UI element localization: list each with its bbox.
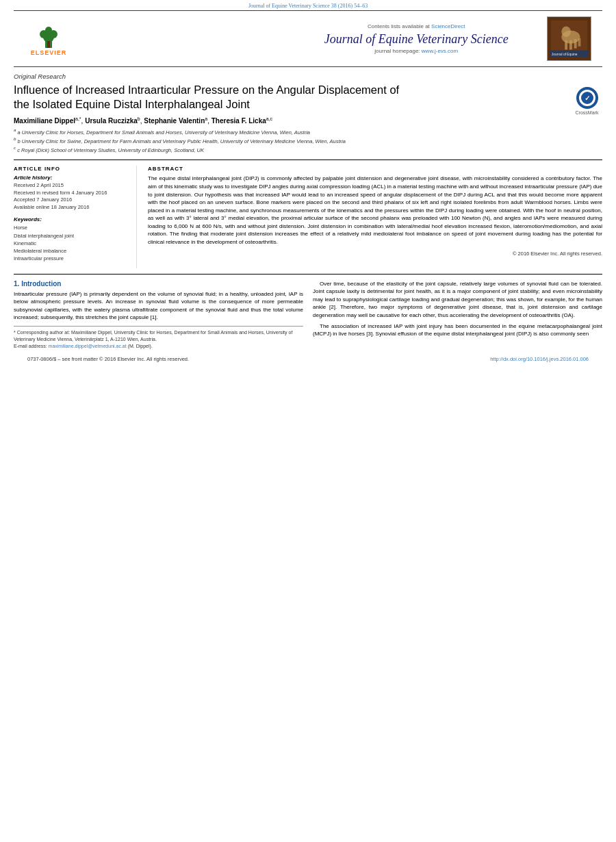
intro-right-text: Over time, because of the elasticity of … [313,280,602,338]
article-info-column: ARTICLE INFO Article history: Received 2… [14,166,137,268]
journal-homepage: journal homepage: www.j-evs.com [286,48,548,54]
intro-right-para-2: The association of increased IAP with jo… [313,322,602,338]
journal-ref-text: Journal of Equine Veterinary Science 38 … [248,3,368,9]
author-4: Theresia F. Licka [211,117,266,125]
keywords-title: Keywords: [14,216,129,222]
footnote-section: * Corresponding author at: Maximiliane D… [14,326,303,349]
abstract-header: ABSTRACT [148,166,602,172]
keyword-3: Kinematic [14,240,129,247]
article-info-header: ARTICLE INFO [14,166,129,172]
svg-rect-10 [565,40,567,50]
article-history: Article history: Received 2 April 2015 R… [14,175,129,211]
elsevier-brand: ELSEVIER [31,49,67,56]
intro-left-text: Intraarticular pressure (IAP) is primari… [14,290,303,322]
keyword-2: Distal interphalangeal joint [14,232,129,240]
corresponding-author-note: * Corresponding author at: Maximiliane D… [14,329,303,343]
bottom-bar: 0737-0806/$ – see front matter © 2016 El… [14,352,602,366]
article-info-abstract-row: ARTICLE INFO Article history: Received 2… [14,160,602,268]
crossmark[interactable]: CrossMark [572,86,602,116]
keyword-4: Mediolateral imbalance [14,247,129,255]
crossmark-label: CrossMark [576,110,599,115]
keywords-list: Horse Distal interphalangeal joint Kinem… [14,224,129,262]
keyword-1: Horse [14,224,129,231]
homepage-url[interactable]: www.j-evs.com [422,48,458,54]
main-content: Original Research Influence of Increased… [0,67,616,373]
thumbnail-image: Journal of Equine [547,16,591,61]
svg-rect-13 [578,38,581,47]
elsevier-logo: ELSEVIER [25,22,73,56]
journal-ref-bar: Journal of Equine Veterinary Science 38 … [0,0,616,10]
affiliation-b: b b University Clinic for Swine, Departm… [14,136,602,145]
body-col-right: Over time, because of the elasticity of … [313,280,602,350]
header-left: ELSEVIER [25,22,286,56]
journal-title-header: Journal of Equine Veterinary Science [286,32,548,47]
svg-point-4 [45,27,52,34]
author-3: Stephanie Valentin [144,117,205,125]
crossmark-icon[interactable] [576,87,598,109]
issn-text: 0737-0806/$ – see front matter © 2016 El… [27,356,189,362]
body-col-left: 1. Introduction Intraarticular pressure … [14,280,303,350]
elsevier-tree-icon [31,22,66,49]
svg-point-9 [561,27,571,38]
affiliations: a a University Clinic for Horses, Depart… [14,127,602,154]
email-link[interactable]: maximiliane.dippel@vetmeduni.ac.at [49,344,127,348]
article-title: Influence of Increased Intraarticular Pr… [14,83,411,112]
body-section: 1. Introduction Intraarticular pressure … [14,274,602,350]
authors-line: Maximiliane Dippela,*, Ursula Ruczizkab,… [14,116,602,125]
journal-thumbnail: Journal of Equine [547,16,591,61]
header-section: ELSEVIER Contents lists available at Sci… [14,10,602,67]
sciencedirect-link[interactable]: ScienceDirect [431,23,465,29]
section-label: Original Research [14,73,602,80]
body-two-col: 1. Introduction Intraarticular pressure … [14,280,602,350]
doi-link[interactable]: http://dx.doi.org/10.1016/j.jevs.2016.01… [490,356,589,362]
copyright-line: © 2016 Elsevier Inc. All rights reserved… [148,251,602,257]
svg-rect-12 [574,39,577,49]
email-note: E-mail address: maximiliane.dippel@vetme… [14,343,303,350]
title-row: Influence of Increased Intraarticular Pr… [14,83,602,116]
received-2: Received in revised form 4 January 2016 [14,190,129,197]
header-center: Contents lists available at ScienceDirec… [286,23,548,54]
author-2: Ursula Ruczizka [85,117,138,125]
page-container: Journal of Equine Veterinary Science 38 … [0,0,616,373]
abstract-column: ABSTRACT The equine distal interphalange… [148,166,602,268]
affiliation-a: a a University Clinic for Horses, Depart… [14,127,602,136]
intro-title: 1. Introduction [14,280,303,288]
thumbnail-svg: Journal of Equine [548,16,591,61]
intro-right-para-1: Over time, because of the elasticity of … [313,280,602,320]
intro-para-1: Intraarticular pressure (IAP) is primari… [14,290,303,322]
available-date: Available online 18 January 2016 [14,204,129,212]
svg-rect-11 [569,40,572,50]
keyword-5: Intraarticular pressure [14,255,129,262]
received-1: Received 2 April 2015 [14,182,129,190]
svg-text:Journal of Equine: Journal of Equine [552,53,578,56]
author-1: Maximiliane Dippel [14,117,75,125]
accepted-date: Accepted 7 January 2016 [14,196,129,204]
svg-rect-5 [47,41,50,48]
abstract-text: The equine distal interphalangeal joint … [148,175,602,246]
keywords-group: Keywords: Horse Distal interphalangeal j… [14,216,129,262]
history-title: Article history: [14,175,129,181]
affiliation-c: c c Royal (Dick) School of Veterinary St… [14,145,602,154]
contents-line: Contents lists available at ScienceDirec… [286,23,548,29]
